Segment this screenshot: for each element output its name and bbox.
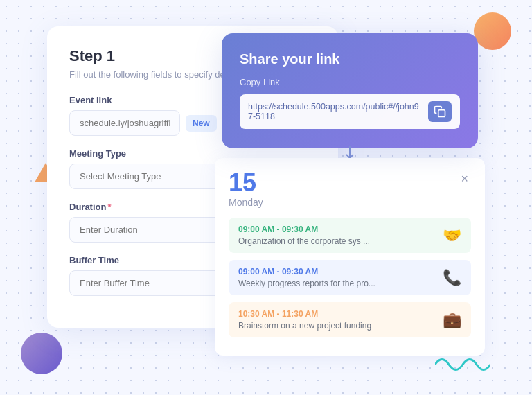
event-title: Weekly progress reports for the pro... <box>238 279 375 288</box>
share-link-url: https://schedule.500apps.com/public#//jo… <box>248 102 423 121</box>
event-details: 09:00 AM - 09:30 AM Organization of the … <box>238 225 370 246</box>
purple-circle-decoration <box>21 333 62 374</box>
event-time: 09:00 AM - 09:30 AM <box>238 225 370 234</box>
calendar-date-number: 15 <box>229 170 263 195</box>
calendar-event-item: 10:30 AM - 11:30 AM Brainstorm on a new … <box>229 302 471 337</box>
event-title: Organization of the corporate sys ... <box>238 236 370 246</box>
share-popup-title: Share your link <box>240 51 460 67</box>
event-type-icon: 📞 <box>443 269 461 287</box>
event-link-input[interactable] <box>69 110 180 136</box>
share-link-row: https://schedule.500apps.com/public#//jo… <box>240 94 460 129</box>
copy-link-label: Copy Link <box>240 77 460 87</box>
calendar-close-button[interactable]: × <box>458 170 471 188</box>
event-details: 10:30 AM - 11:30 AM Brainstorm on a new … <box>238 309 371 331</box>
event-type-icon: 🤝 <box>443 227 461 245</box>
event-details: 09:00 AM - 09:30 AM Weekly progress repo… <box>238 267 375 288</box>
calendar-header: 15 Monday × <box>229 170 471 208</box>
calendar-event-item: 09:00 AM - 09:30 AM Weekly progress repo… <box>229 260 471 295</box>
calendar-panel: 15 Monday × 09:00 AM - 09:30 AM Organiza… <box>215 158 485 356</box>
copy-link-button[interactable] <box>428 101 452 122</box>
new-badge: New <box>186 115 217 132</box>
event-type-icon: 💼 <box>443 311 461 329</box>
calendar-event-item: 09:00 AM - 09:30 AM Organization of the … <box>229 218 471 253</box>
event-time: 09:00 AM - 09:30 AM <box>238 267 375 276</box>
event-time: 10:30 AM - 11:30 AM <box>238 309 371 319</box>
event-title: Brainstorm on a new project funding <box>238 321 371 331</box>
share-link-popup: Share your link Copy Link https://schedu… <box>222 33 478 148</box>
orange-circle-decoration <box>474 12 511 50</box>
calendar-date-day: Monday <box>229 197 263 208</box>
events-list: 09:00 AM - 09:30 AM Organization of the … <box>229 218 471 337</box>
calendar-date-info: 15 Monday <box>229 170 263 208</box>
meeting-type-label: Meeting Type <box>69 148 316 159</box>
svg-rect-0 <box>438 110 445 117</box>
